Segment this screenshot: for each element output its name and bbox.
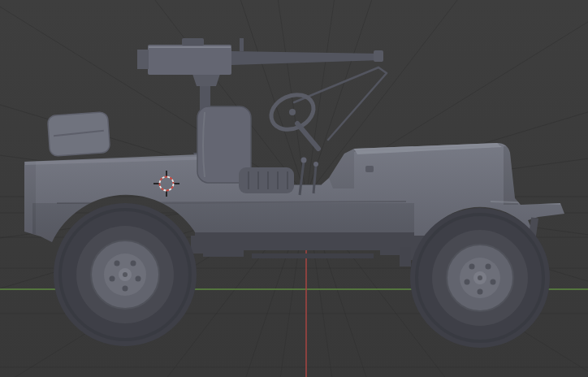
gun-front-sight [240,38,244,51]
gun-top-handle [182,38,204,46]
wheel-bolt [131,261,136,266]
spring-hanger [400,247,411,266]
viewport-window [0,0,588,377]
side-step [203,245,244,257]
front-wheel[interactable] [410,208,550,348]
wheel-bolt [478,289,483,295]
wheel-bolt [469,264,475,270]
gun-backplate [137,50,149,69]
rear-hub-center [123,272,128,277]
gun-receiver [148,45,231,75]
wheel-bolt [110,276,115,282]
gun-muzzle [374,50,383,62]
steering-hub [289,109,296,115]
gear-knob [301,158,307,163]
rear-seat [47,111,110,156]
door-latch [365,166,374,172]
driver-seat-cushion [239,167,294,193]
transfer-knob [313,162,318,167]
rear-wheel[interactable] [54,203,197,346]
wheel-bolt [486,264,491,270]
rear-panel-shade [24,159,36,234]
viewport-3d[interactable] [0,0,588,377]
wheel-bolt [115,261,120,266]
wheel-bolt [123,286,128,292]
front-hub-center [478,275,482,280]
wheel-bolt [465,280,470,285]
wheel-bolt [136,276,141,282]
exhaust-pipe [252,254,374,258]
wheel-bolt [491,280,496,285]
